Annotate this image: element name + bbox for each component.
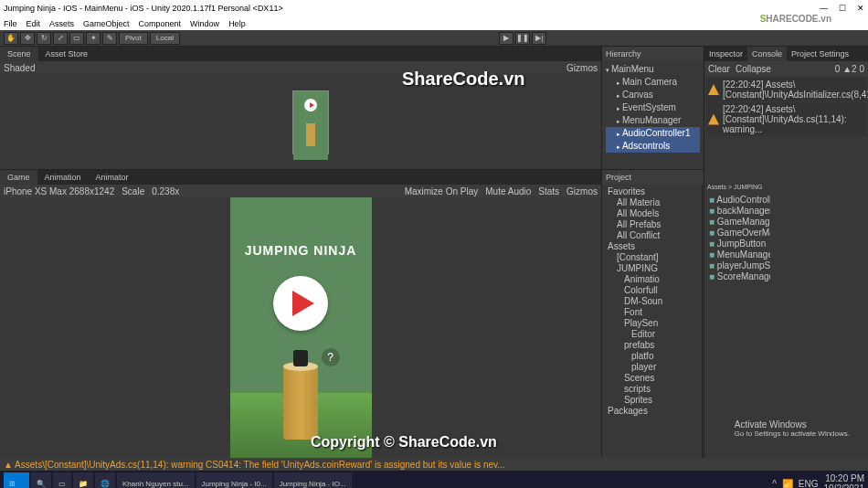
hand-tool-icon[interactable]: ✋ (4, 32, 18, 45)
collapse-button[interactable]: Collapse (736, 64, 771, 74)
folder-item[interactable]: DM-Soun (604, 296, 700, 307)
taskbar-app[interactable]: Khanh Nguyen stu... (117, 472, 195, 488)
maximize-button[interactable]: ☐ (839, 4, 846, 13)
stats-toggle[interactable]: Stats (538, 186, 559, 196)
menu-edit[interactable]: Edit (26, 19, 41, 28)
rect-tool-icon[interactable]: ▭ (69, 32, 84, 45)
folder-item[interactable]: prefabs (604, 340, 700, 351)
hierarchy-item-selected[interactable]: AudioController1 (606, 127, 700, 140)
folder-item[interactable]: Animatio (604, 274, 700, 285)
favorites-folder[interactable]: Favorites (604, 186, 700, 197)
scale-tool-icon[interactable]: ⤢ (53, 32, 68, 45)
menu-help[interactable]: Help (228, 19, 246, 28)
gizmos-toggle[interactable]: Gizmos (566, 63, 598, 73)
folder-item[interactable]: [Constant] (604, 252, 700, 263)
tray-lang[interactable]: ENG (799, 479, 819, 489)
move-tool-icon[interactable]: ✥ (20, 32, 35, 45)
fav-item[interactable]: All Conflict (604, 230, 700, 241)
scene-game-preview[interactable] (292, 90, 329, 154)
tray-time[interactable]: 10:20 PM (824, 473, 865, 483)
breadcrumb[interactable]: Assets > JUMPING (705, 180, 770, 195)
folder-item[interactable]: Font (604, 307, 700, 318)
scale-value[interactable]: 0.238x (152, 186, 179, 196)
tab-assetstore[interactable]: Asset Store (38, 47, 96, 61)
folder-item[interactable]: player (604, 362, 700, 373)
menu-assets[interactable]: Assets (49, 19, 74, 28)
menu-gameobject[interactable]: GameObject (83, 19, 130, 28)
tab-scene[interactable]: Scene (0, 47, 38, 61)
play-button-icon[interactable]: ▶ (499, 32, 513, 45)
message-counts[interactable]: 0 ▲2 0 (835, 64, 864, 74)
explorer-icon[interactable]: 📁 (73, 472, 93, 488)
fav-item[interactable]: All Materia (604, 197, 700, 208)
hierarchy-item[interactable]: Main Camera (606, 76, 700, 89)
file-item[interactable]: playerJumpScr (705, 260, 770, 271)
close-button[interactable]: ✕ (857, 4, 864, 13)
folder-item[interactable]: JUMPING (604, 263, 700, 274)
transform-tool-icon[interactable]: ✦ (86, 32, 101, 45)
status-warning[interactable]: ▲ Assets\[Constant]\UnityAds.cs(11,14): … (4, 460, 505, 470)
tab-project-settings[interactable]: Project Settings (787, 47, 853, 61)
file-item[interactable]: GameManager (705, 217, 770, 228)
tab-inspector[interactable]: Inspector (704, 47, 747, 61)
task-view-icon[interactable]: ▭ (53, 472, 71, 488)
folder-item[interactable]: Colorfull (604, 285, 700, 296)
tray-wifi-icon[interactable]: 📶 (782, 479, 793, 489)
console-warning[interactable]: [22:20:42] Assets\[Constant]\UnityAdsIni… (706, 78, 866, 101)
clear-button[interactable]: Clear (708, 64, 730, 74)
menu-file[interactable]: File (4, 19, 17, 28)
hierarchy-item[interactable]: MenuManager (606, 114, 700, 127)
mute-audio[interactable]: Mute Audio (485, 186, 531, 196)
menu-component[interactable]: Component (139, 19, 182, 28)
hierarchy-item[interactable]: EventSystem (606, 101, 700, 114)
file-item[interactable]: JumpButton (705, 239, 770, 249)
taskbar-app[interactable]: Jumping Ninja - IO... (274, 472, 352, 488)
file-item[interactable]: GameOverMan (705, 228, 770, 239)
scene-view[interactable] (0, 74, 601, 169)
play-big-icon[interactable] (273, 276, 328, 331)
device-dropdown[interactable]: iPhone XS Max 2688x1242 (4, 186, 114, 196)
gizmos-game-toggle[interactable]: Gizmos (566, 186, 598, 196)
tab-animator[interactable]: Animator (89, 170, 136, 185)
edge-icon[interactable]: 🌐 (95, 472, 115, 488)
game-view[interactable]: JUMPING NINJA ? (0, 197, 601, 458)
folder-item[interactable]: platfo (604, 351, 700, 362)
assets-folder[interactable]: Assets (604, 241, 700, 252)
pause-button-icon[interactable]: ❚❚ (515, 32, 530, 45)
start-button[interactable]: ⊞ (4, 472, 29, 488)
hierarchy-scene[interactable]: MainMenu (606, 63, 700, 76)
tray-chevron-icon[interactable]: ^ (772, 479, 777, 489)
tray-date[interactable]: 10/2/2021 (824, 483, 865, 488)
fav-item[interactable]: All Models (604, 208, 700, 219)
search-icon[interactable]: 🔍 (31, 472, 51, 488)
tab-console[interactable]: Console (747, 47, 787, 61)
folder-item[interactable]: PlaySen (604, 318, 700, 329)
tab-game[interactable]: Game (0, 170, 37, 185)
tab-animation[interactable]: Animation (37, 170, 89, 185)
taskbar-app[interactable]: Jumping Ninja - I0... (196, 472, 272, 488)
pivot-toggle[interactable]: Pivot (119, 32, 148, 45)
folder-item[interactable]: Sprites (604, 395, 700, 406)
local-toggle[interactable]: Local (150, 32, 180, 45)
custom-tool-icon[interactable]: ✎ (102, 32, 117, 45)
fav-item[interactable]: All Prefabs (604, 219, 700, 230)
folder-item[interactable]: Scenes (604, 373, 700, 384)
minimize-button[interactable]: — (820, 4, 828, 13)
system-tray[interactable]: ^ 📶 ENG 10:20 PM 10/2/2021 (772, 473, 864, 488)
packages-folder[interactable]: Packages (604, 406, 700, 417)
file-item[interactable]: MenuManager (705, 249, 770, 260)
step-button-icon[interactable]: ▶| (532, 32, 546, 45)
shaded-dropdown[interactable]: Shaded (4, 63, 35, 73)
maximize-on-play[interactable]: Maximize On Play (405, 186, 479, 196)
help-button[interactable]: ? (322, 348, 340, 366)
folder-item[interactable]: scripts (604, 384, 700, 395)
hierarchy-header[interactable]: Hierarchy (602, 47, 704, 61)
console-warning[interactable]: [22:20:42] Assets\[Constant]\UnityAds.cs… (706, 102, 866, 136)
file-item[interactable]: AudioController (705, 195, 770, 206)
menu-window[interactable]: Window (190, 19, 219, 28)
project-header[interactable]: Project (602, 170, 704, 185)
folder-item[interactable]: Editor (604, 329, 700, 340)
file-item[interactable]: ScoreManager (705, 271, 770, 282)
hierarchy-item-selected[interactable]: Adscontrols (606, 140, 700, 153)
file-item[interactable]: backManager (705, 206, 770, 217)
